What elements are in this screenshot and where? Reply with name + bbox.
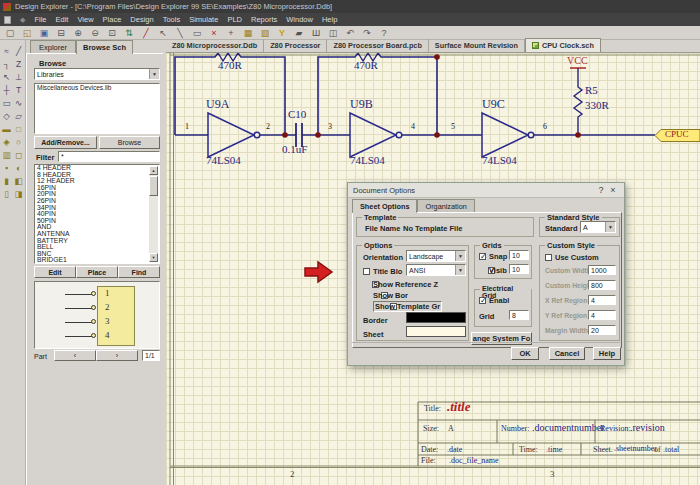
menu-item[interactable]: Design xyxy=(130,15,153,24)
scroll-down-icon[interactable] xyxy=(149,253,158,262)
cancel-button[interactable]: Cancel xyxy=(549,347,585,360)
menu-item[interactable]: Tools xyxy=(163,15,181,24)
zoom-out-icon[interactable]: ⊖ xyxy=(89,27,101,38)
switch-part-icon[interactable]: ▪ xyxy=(1,161,13,174)
help-button[interactable]: Help xyxy=(593,347,621,360)
library-list[interactable]: Miscellaneous Devices.lib xyxy=(34,83,160,134)
chevron-down-icon[interactable] xyxy=(455,251,465,261)
speaker-part-icon[interactable]: ◨ xyxy=(13,187,25,200)
bus-entry-tool-icon[interactable]: ┐ xyxy=(1,57,13,70)
menu-item[interactable]: PLD xyxy=(227,15,242,24)
pullup-value-label[interactable]: 330R xyxy=(585,99,609,111)
library-list-item[interactable]: Miscellaneous Devices.lib xyxy=(35,84,159,92)
title-bar[interactable]: Design Explorer - [C:\Program Files\Desi… xyxy=(0,0,700,13)
open-icon[interactable]: ◱ xyxy=(21,27,33,38)
power-rail-icon[interactable]: Ш xyxy=(310,27,322,38)
place-button[interactable]: Place xyxy=(76,266,118,278)
menu-item[interactable]: Edit xyxy=(55,15,68,24)
tab-surface-mount-revision[interactable]: Surface Mount Revision xyxy=(429,39,525,52)
custom-field-input[interactable]: 1000 xyxy=(588,265,616,275)
use-custom-checkbox[interactable] xyxy=(545,254,552,261)
custom-field-input[interactable]: 4 xyxy=(588,295,616,305)
crystal-part-icon[interactable]: ◐ xyxy=(13,161,25,174)
component-list[interactable]: 4 HEADER8 HEADER12 HEADER16PIN20PIN26PIN… xyxy=(34,164,160,264)
tab-explorer[interactable]: Explorer xyxy=(30,40,76,53)
opamp-part-icon[interactable]: ◧ xyxy=(13,174,25,187)
custom-field-input[interactable]: 4 xyxy=(588,310,616,320)
capacitor-value-label[interactable]: 0.1uF xyxy=(282,143,307,155)
tab-organization[interactable]: Organization xyxy=(417,199,474,213)
deselect-icon[interactable]: × xyxy=(208,27,220,38)
filter-input[interactable]: * xyxy=(58,151,160,162)
project-icon[interactable]: ▦ xyxy=(242,27,254,38)
cursor-icon[interactable]: ↖ xyxy=(157,27,169,38)
pointer-tool-icon[interactable]: ↖ xyxy=(1,70,13,83)
tab-cpu-clock[interactable]: CPU Clock.sch xyxy=(525,38,601,52)
tab-z80-microprocessor[interactable]: Z80 Microprocessor.Ddb xyxy=(166,39,264,52)
annotate-icon[interactable]: ╱ xyxy=(140,27,152,38)
orientation-dropdown[interactable]: Landscape xyxy=(406,250,466,262)
browse-button[interactable]: Browse xyxy=(99,136,160,149)
pullup-ref-label[interactable]: R5 xyxy=(585,84,598,96)
gate-part-label[interactable]: 74LS04 xyxy=(350,154,385,166)
bus-tool-icon[interactable]: ╱ xyxy=(13,44,25,57)
grid-range-input[interactable]: 8 xyxy=(509,310,529,320)
gate-ref-label[interactable]: U9A xyxy=(206,97,229,112)
save-icon[interactable]: ▣ xyxy=(38,27,50,38)
menu-item[interactable]: Simulate xyxy=(189,15,218,24)
menu-item[interactable]: File xyxy=(34,15,46,24)
close-icon[interactable]: × xyxy=(607,185,619,195)
wiring-icon[interactable]: Y xyxy=(276,27,288,38)
standard-style-dropdown[interactable]: A xyxy=(580,221,616,233)
scroll-thumb[interactable] xyxy=(149,176,158,196)
chevron-down-icon[interactable] xyxy=(455,265,465,275)
inductor-part-icon[interactable]: ◻ xyxy=(13,148,25,161)
sheet-symbol-tool-icon[interactable]: ▱ xyxy=(13,109,25,122)
port-label[interactable]: CPUC xyxy=(665,129,689,139)
title-block-dropdown[interactable]: ANSI xyxy=(406,264,466,276)
chevron-down-icon[interactable] xyxy=(605,222,615,232)
component-list-item[interactable]: BELL xyxy=(35,244,159,251)
undo-icon[interactable]: ↶ xyxy=(344,27,356,38)
custom-field-input[interactable]: 800 xyxy=(588,280,616,290)
edit-button[interactable]: Edit xyxy=(34,266,76,278)
ellipse-tool-icon[interactable]: ◇ xyxy=(1,109,13,122)
part-next-button[interactable]: › xyxy=(96,350,138,361)
find-button[interactable]: Find xyxy=(118,266,160,278)
gate-ref-label[interactable]: U9B xyxy=(350,97,373,112)
help-icon[interactable]: ? xyxy=(378,27,390,38)
electrical-grid-checkbox[interactable] xyxy=(479,297,486,304)
dialog-help-icon[interactable]: ? xyxy=(595,185,607,195)
dialog-title-bar[interactable]: Document Options ? × xyxy=(348,183,624,198)
move-icon[interactable]: + xyxy=(225,27,237,38)
wire-tool-icon[interactable]: ≈ xyxy=(1,44,13,57)
relay-part-icon[interactable]: ▮ xyxy=(1,174,13,187)
resistor-value-label[interactable]: 470R xyxy=(354,59,378,71)
new-icon[interactable]: ▢ xyxy=(4,27,16,38)
document-icon[interactable] xyxy=(4,16,11,24)
part-icon[interactable]: ▰ xyxy=(293,27,305,38)
scroll-up-icon[interactable] xyxy=(149,166,158,175)
zoom-in-icon[interactable]: ⊕ xyxy=(72,27,84,38)
part-prev-button[interactable]: ‹ xyxy=(54,350,96,361)
power-port-tool-icon[interactable]: ⊥ xyxy=(13,70,25,83)
component-list-item[interactable]: 50PIN xyxy=(35,218,159,225)
menu-item[interactable]: Window xyxy=(286,15,313,24)
tab-z80-processor-board[interactable]: Z80 Processor Board.pcb xyxy=(327,39,428,52)
snap-grid-checkbox[interactable] xyxy=(479,253,486,260)
capacitor-part-icon[interactable]: □ xyxy=(13,122,25,135)
tab-sheet-options[interactable]: Sheet Options xyxy=(352,199,417,213)
snap-grid-input[interactable]: 10 xyxy=(509,250,529,260)
gate-part-label[interactable]: 74LS04 xyxy=(206,154,241,166)
sheet-color-swatch[interactable] xyxy=(406,326,466,337)
chevron-down-icon[interactable] xyxy=(149,69,159,79)
library-icon[interactable]: ▧ xyxy=(259,27,271,38)
visible-grid-input[interactable]: 10 xyxy=(509,264,529,274)
display-part-icon[interactable]: ▯ xyxy=(1,187,13,200)
tab-browse-sch[interactable]: Browse Sch xyxy=(76,40,133,54)
text-tool-icon[interactable]: T xyxy=(13,83,25,96)
gate-part-label[interactable]: 74LS04 xyxy=(482,154,517,166)
junction-tool-icon[interactable]: ┼ xyxy=(1,83,13,96)
print-icon[interactable]: ⊟ xyxy=(55,27,67,38)
dxp-icon[interactable]: ◆ xyxy=(20,16,25,24)
